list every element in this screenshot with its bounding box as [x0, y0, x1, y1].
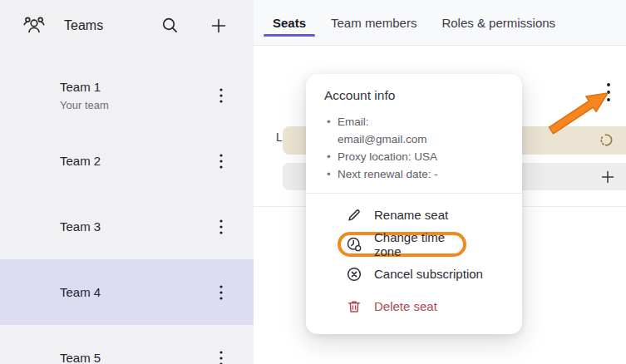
- team-name: Team 2: [60, 154, 210, 168]
- kebab-icon: [215, 86, 227, 105]
- account-info-list: Email: email@gmail.com Proxy location: U…: [324, 113, 504, 183]
- kebab-icon: [215, 283, 227, 302]
- menu-item-change-time-zone[interactable]: Change time zone: [338, 232, 466, 257]
- kebab-icon: [215, 349, 227, 364]
- menu-item-label: Rename seat: [374, 208, 448, 222]
- teams-list: Team 1 Your team Team 2 Team 3: [0, 62, 254, 364]
- timezone-clock-icon: [346, 236, 362, 253]
- popup-menu: Rename seat Change time zone: [324, 194, 504, 322]
- seat-menu-button[interactable]: [598, 78, 619, 106]
- search-icon: [161, 17, 180, 35]
- trash-icon: [346, 298, 362, 315]
- search-button[interactable]: [160, 15, 181, 37]
- kebab-icon: [215, 218, 227, 236]
- team-subtitle: Your team: [60, 99, 210, 111]
- cancel-circle-icon: [346, 266, 362, 283]
- account-info-proxy-location: Proxy location: USA: [324, 148, 504, 165]
- tab-label: Team members: [331, 16, 417, 30]
- seat-options-popup: Account info Email: email@gmail.com Prox…: [306, 74, 522, 334]
- menu-item-cancel-subscription[interactable]: Cancel subscription: [324, 258, 504, 290]
- people-group-icon: [22, 13, 47, 38]
- popup-title: Account info: [324, 87, 504, 104]
- account-info-email: Email: email@gmail.com: [324, 113, 504, 148]
- account-info-renewal-date: Next renewal date: -: [324, 165, 504, 183]
- main-panel: Seats Team members Roles & permissions L…: [254, 0, 626, 364]
- team-name: Team 1: [60, 80, 210, 94]
- team-row-team-4[interactable]: Team 4: [0, 259, 254, 325]
- add-team-button[interactable]: [208, 15, 229, 37]
- tab-team-members[interactable]: Team members: [322, 0, 426, 45]
- pencil-icon: [346, 207, 362, 224]
- tab-label: Seats: [273, 16, 306, 30]
- tab-label: Roles & permissions: [441, 16, 555, 30]
- team-menu-button[interactable]: [210, 280, 232, 305]
- teams-sidebar: Teams Team 1 Your team: [0, 0, 254, 364]
- tab-bar: Seats Team members Roles & permissions: [254, 0, 626, 46]
- team-menu-button[interactable]: [210, 346, 232, 364]
- team-menu-button[interactable]: [210, 149, 232, 174]
- loading-spinner-icon: [599, 133, 614, 147]
- team-row-team-1[interactable]: Team 1 Your team: [0, 62, 254, 128]
- kebab-icon: [603, 81, 614, 104]
- kebab-icon: [215, 152, 227, 170]
- team-name: Team 3: [60, 219, 210, 234]
- tab-roles-permissions[interactable]: Roles & permissions: [432, 0, 564, 45]
- menu-item-label: Change time zone: [374, 230, 463, 258]
- team-name: Team 5: [60, 351, 210, 364]
- sidebar-title: Teams: [64, 18, 103, 33]
- team-row-team-5[interactable]: Team 5: [0, 325, 254, 364]
- team-menu-button[interactable]: [210, 214, 232, 239]
- team-row-team-3[interactable]: Team 3: [0, 194, 254, 259]
- menu-item-delete-seat[interactable]: Delete seat: [324, 290, 504, 322]
- team-name: Team 4: [60, 285, 210, 299]
- menu-item-label: Cancel subscription: [374, 267, 483, 281]
- team-row-team-2[interactable]: Team 2: [0, 128, 254, 194]
- tab-seats[interactable]: Seats: [264, 0, 315, 45]
- plus-icon: [600, 170, 615, 184]
- sidebar-header: Teams: [0, 0, 254, 52]
- menu-item-label: Delete seat: [374, 299, 437, 313]
- menu-item-rename-seat[interactable]: Rename seat: [324, 199, 504, 231]
- plus-icon: [209, 17, 228, 35]
- team-menu-button[interactable]: [210, 83, 232, 108]
